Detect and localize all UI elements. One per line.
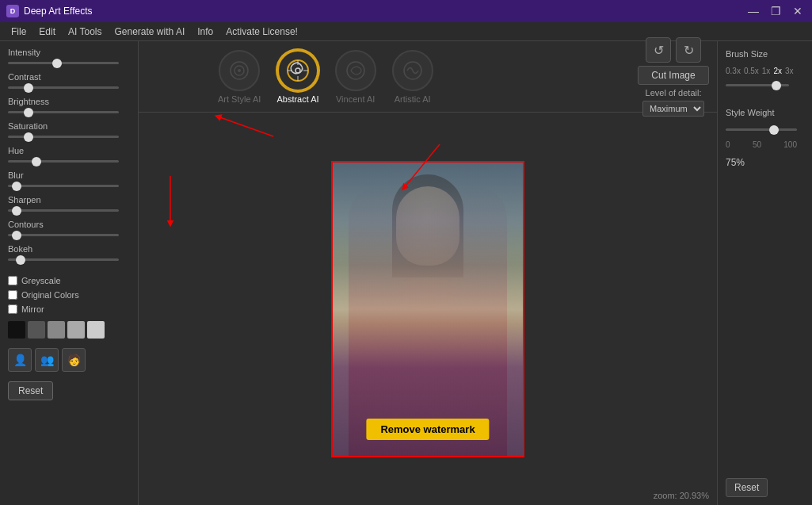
menu-activate[interactable]: Activate License! xyxy=(219,25,304,39)
contrast-track[interactable] xyxy=(8,86,119,89)
main-area: Intensity Contrast Brightness Saturation… xyxy=(0,41,812,505)
cut-image-controls: ↺ ↻ Cut Image Level of detail: Maximum H… xyxy=(630,41,717,113)
canvas-area: Remove watermark zoom: 20.93% xyxy=(139,113,717,505)
brush-size-slider-row xyxy=(726,84,804,86)
contours-track[interactable] xyxy=(8,234,119,236)
greyscale-row: Greyscale xyxy=(8,276,130,285)
greyscale-checkbox[interactable] xyxy=(8,276,17,285)
vincent-label: Vincent AI xyxy=(336,94,375,104)
menu-info[interactable]: Info xyxy=(191,25,219,39)
bokeh-track[interactable] xyxy=(8,258,119,261)
greyscale-label: Greyscale xyxy=(21,276,61,285)
level-of-detail-row: Level of detail: xyxy=(646,88,702,98)
menu-edit[interactable]: Edit xyxy=(32,25,62,39)
hue-thumb[interactable] xyxy=(32,157,41,166)
brush-2x[interactable]: 2x xyxy=(773,67,782,75)
style-toolbar: Art Style AI Abstract AI xyxy=(139,41,717,113)
sw-mid: 50 xyxy=(753,140,761,149)
style-art-style[interactable]: Art Style AI xyxy=(218,50,261,104)
contrast-slider-row: Contrast xyxy=(8,72,130,92)
hue-track[interactable] xyxy=(8,160,119,163)
style-abstract[interactable]: Abstract AI xyxy=(276,50,318,104)
undo-redo-buttons: ↺ ↻ xyxy=(646,37,701,63)
brush-03x[interactable]: 0.3x xyxy=(726,67,741,75)
maximize-button[interactable]: ❐ xyxy=(768,3,783,19)
blur-track[interactable] xyxy=(8,185,119,187)
style-vincent[interactable]: Vincent AI xyxy=(335,50,376,104)
color-light-gray[interactable] xyxy=(67,321,85,339)
color-white-gray[interactable] xyxy=(87,321,105,339)
brush-slider[interactable] xyxy=(726,84,789,86)
original-colors-checkbox[interactable] xyxy=(8,290,17,300)
blur-thumb[interactable] xyxy=(12,182,21,191)
close-button[interactable]: ✕ xyxy=(790,3,806,19)
brush-3x[interactable]: 3x xyxy=(785,67,794,75)
blur-slider-row: Blur xyxy=(8,170,130,190)
svg-point-9 xyxy=(347,62,364,79)
brush-size-options: 0.3x 0.5x 1x 2x 3x xyxy=(726,67,804,75)
left-sidebar: Intensity Contrast Brightness Saturation… xyxy=(0,41,139,505)
brush-size-label: Brush Size xyxy=(726,49,804,59)
blur-label: Blur xyxy=(8,170,130,180)
right-sidebar: Brush Size 0.3x 0.5x 1x 2x 3x Style Weig… xyxy=(717,41,812,505)
brush-1x[interactable]: 1x xyxy=(762,67,771,75)
menu-ai-tools[interactable]: AI Tools xyxy=(62,25,108,39)
brightness-track[interactable] xyxy=(8,111,119,113)
contrast-label: Contrast xyxy=(8,72,130,82)
contrast-thumb[interactable] xyxy=(24,83,33,93)
style-weight-section-label: Style Weight xyxy=(726,108,804,117)
style-artistic[interactable]: Artistic AI xyxy=(392,50,433,104)
image-container: Remove watermark xyxy=(331,161,524,457)
brightness-label: Brightness xyxy=(8,97,130,106)
style-weight-thumb[interactable] xyxy=(769,125,779,135)
right-reset-button[interactable]: Reset xyxy=(726,478,768,497)
color-dark-gray[interactable] xyxy=(28,321,45,339)
sharpen-slider-row: Sharpen xyxy=(8,195,130,215)
contours-label: Contours xyxy=(8,220,130,229)
bokeh-thumb[interactable] xyxy=(16,255,25,265)
main-image xyxy=(333,163,523,456)
hue-label: Hue xyxy=(8,146,130,155)
photo-overlay xyxy=(333,163,523,456)
intensity-thumb[interactable] xyxy=(52,59,62,68)
contours-thumb[interactable] xyxy=(12,231,21,240)
intensity-track[interactable] xyxy=(8,62,119,64)
menu-generate[interactable]: Generate with AI xyxy=(109,25,192,39)
menu-file[interactable]: File xyxy=(5,25,32,39)
portrait-btn-3[interactable]: 🧑 xyxy=(62,348,86,372)
app-icon: D xyxy=(6,5,19,17)
color-black[interactable] xyxy=(8,321,25,339)
vincent-icon xyxy=(335,50,376,91)
artistic-icon xyxy=(392,50,433,91)
reset-button[interactable]: Reset xyxy=(8,381,53,400)
sharpen-track[interactable] xyxy=(8,209,119,212)
brush-slider-thumb[interactable] xyxy=(772,81,781,90)
zoom-label: zoom: 20.93% xyxy=(654,491,709,500)
svg-point-2 xyxy=(238,69,241,72)
redo-button[interactable]: ↻ xyxy=(676,37,701,63)
minimize-button[interactable]: — xyxy=(745,3,761,19)
brush-05x[interactable]: 0.5x xyxy=(744,67,759,75)
color-mid-gray[interactable] xyxy=(48,321,65,339)
undo-button[interactable]: ↺ xyxy=(646,37,671,63)
art-style-label: Art Style AI xyxy=(218,94,261,104)
mirror-label: Mirror xyxy=(21,304,44,314)
mirror-checkbox[interactable] xyxy=(8,304,17,314)
remove-watermark-button[interactable]: Remove watermark xyxy=(366,419,489,440)
portrait-btn-1[interactable]: 👤 xyxy=(8,348,32,372)
sharpen-thumb[interactable] xyxy=(12,206,21,216)
style-weight-labels: 0 50 100 xyxy=(726,140,797,149)
contours-slider-row: Contours xyxy=(8,220,130,239)
portrait-btn-2[interactable]: 👥 xyxy=(35,348,59,372)
brightness-thumb[interactable] xyxy=(24,108,33,117)
saturation-thumb[interactable] xyxy=(24,132,33,142)
cut-image-button[interactable]: Cut Image xyxy=(638,66,709,85)
saturation-slider-row: Saturation xyxy=(8,121,130,141)
mirror-row: Mirror xyxy=(8,304,130,314)
style-weight-slider[interactable] xyxy=(726,128,797,131)
original-colors-row: Original Colors xyxy=(8,290,130,300)
saturation-label: Saturation xyxy=(8,121,130,131)
center-area: Art Style AI Abstract AI xyxy=(139,41,717,505)
bokeh-label: Bokeh xyxy=(8,244,130,254)
saturation-track[interactable] xyxy=(8,136,119,138)
